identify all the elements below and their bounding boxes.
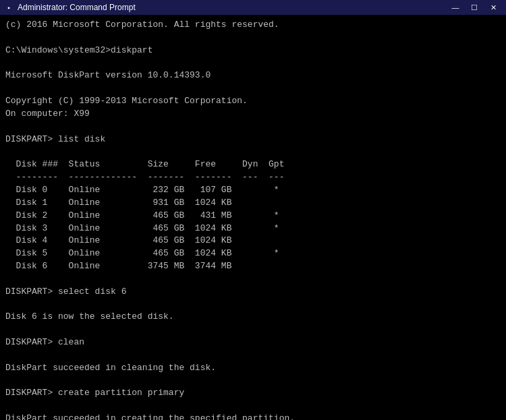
- close-button[interactable]: ✕: [484, 1, 502, 13]
- maximize-button[interactable]: ☐: [466, 1, 483, 13]
- console-output: (c) 2016 Microsoft Corporation. All righ…: [0, 15, 506, 420]
- title-bar-controls: — ☐ ✕: [447, 1, 502, 13]
- cmd-icon: ▪: [4, 3, 13, 12]
- minimize-button[interactable]: —: [447, 1, 464, 13]
- window-title: Administrator: Command Prompt: [18, 3, 136, 12]
- window: ▪ Administrator: Command Prompt — ☐ ✕ (c…: [0, 0, 506, 420]
- title-bar: ▪ Administrator: Command Prompt — ☐ ✕: [0, 0, 506, 15]
- title-bar-left: ▪ Administrator: Command Prompt: [4, 3, 136, 12]
